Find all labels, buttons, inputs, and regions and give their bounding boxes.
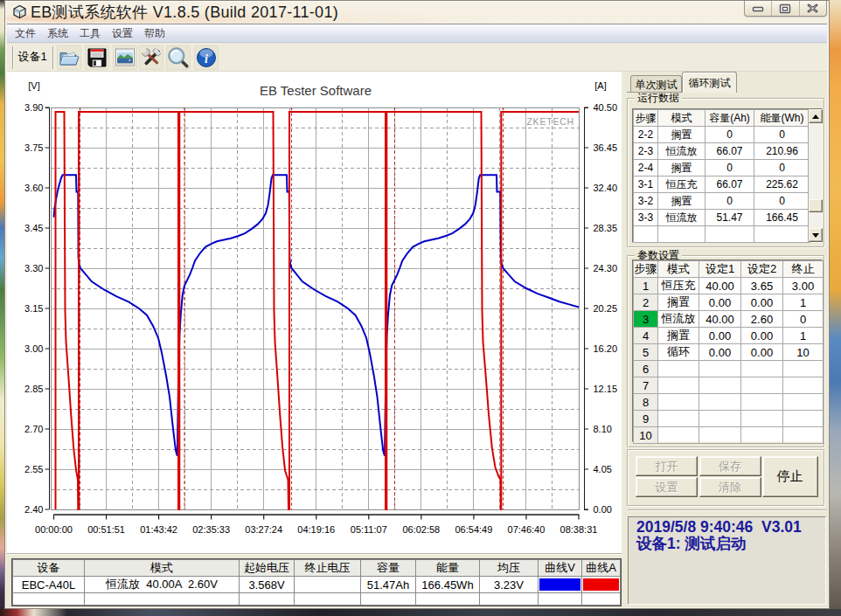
table-cell[interactable]: 0.00: [741, 344, 783, 361]
table-cell[interactable]: [658, 377, 699, 394]
column-header: 起始电压: [240, 560, 295, 577]
info-icon[interactable]: i: [194, 45, 219, 70]
step-cell[interactable]: 8: [634, 394, 658, 411]
column-header: 终止: [783, 261, 824, 278]
table-cell[interactable]: [699, 394, 741, 411]
table-cell[interactable]: [658, 394, 699, 411]
title-bar[interactable]: EB测试系统软件 V1.8.5 (Build 2017-11-01): [5, 1, 829, 24]
column-header: 模式: [658, 261, 699, 278]
curve-v-swatch[interactable]: [539, 577, 582, 593]
table-cell[interactable]: 搁置: [658, 328, 699, 344]
table-cell[interactable]: [783, 361, 824, 377]
menu-item-settings[interactable]: 设置: [111, 24, 134, 43]
left-axis-tick: 2.40: [24, 504, 43, 515]
menu-item-system[interactable]: 系统: [46, 24, 69, 43]
data-table: 步骤模式设定1设定2终止1恒压充40.003.653.002搁置0.000.00…: [633, 260, 824, 444]
table-cell[interactable]: 2.60: [741, 311, 783, 328]
step-cell[interactable]: 9: [634, 411, 658, 427]
save-button[interactable]: 保存: [699, 456, 761, 476]
close-button[interactable]: [800, 1, 826, 16]
table-cell[interactable]: [658, 411, 699, 427]
run-table-scrollbar[interactable]: [808, 109, 822, 242]
table-cell[interactable]: 循环: [658, 344, 699, 361]
table-row: 6: [634, 361, 824, 377]
table-cell: 恒流放: [658, 143, 705, 160]
table-cell[interactable]: [783, 394, 824, 411]
maximize-button[interactable]: [772, 1, 799, 16]
step-cell[interactable]: 10: [634, 427, 658, 444]
step-cell[interactable]: 7: [634, 377, 658, 394]
column-header: 设备: [13, 560, 85, 577]
clear-button[interactable]: 清除: [699, 477, 761, 497]
table-cell[interactable]: 1: [783, 294, 824, 311]
table-cell[interactable]: 恒压充: [658, 278, 699, 294]
table-cell[interactable]: 搁置: [658, 294, 699, 311]
table-cell[interactable]: [699, 377, 741, 394]
table-cell[interactable]: [783, 411, 824, 427]
stop-button[interactable]: 停止: [762, 456, 818, 497]
table-cell: 搁置: [658, 160, 705, 176]
table-cell[interactable]: 40.00: [699, 278, 741, 294]
minimize-button[interactable]: [745, 1, 772, 16]
scroll-thumb[interactable]: [809, 199, 823, 212]
table-cell[interactable]: [783, 377, 824, 394]
table-cell[interactable]: 0.00: [699, 328, 741, 344]
params-table: 步骤模式设定1设定2终止1恒压充40.003.653.002搁置0.000.00…: [632, 260, 823, 442]
step-cell[interactable]: 4: [634, 328, 658, 344]
table-cell[interactable]: 3.00: [783, 278, 824, 294]
tools-icon[interactable]: [139, 45, 163, 70]
open-button[interactable]: 打开: [636, 456, 698, 476]
table-cell[interactable]: 0.00: [699, 344, 741, 361]
device-tab[interactable]: 设备1: [12, 44, 52, 72]
menu-item-help[interactable]: 帮助: [143, 24, 166, 43]
image-icon[interactable]: [113, 45, 137, 70]
table-cell[interactable]: [699, 427, 741, 444]
step-cell[interactable]: 6: [634, 361, 658, 377]
left-axis-tick: 3.45: [24, 223, 43, 233]
table-cell[interactable]: 0: [783, 311, 824, 328]
menu-item-file[interactable]: 文件: [14, 24, 37, 43]
save-icon[interactable]: [85, 45, 109, 70]
table-cell: [658, 226, 705, 243]
table-cell[interactable]: [658, 361, 699, 377]
open-folder-icon[interactable]: [57, 45, 81, 70]
active-step-cell[interactable]: 3: [634, 311, 658, 328]
table-cell[interactable]: 1: [783, 328, 824, 344]
tab-cycle-test[interactable]: 循环测试: [682, 72, 737, 93]
table-cell[interactable]: [741, 361, 783, 377]
table-cell[interactable]: [699, 411, 741, 427]
step-cell[interactable]: 2: [634, 294, 658, 311]
column-header: 容量(Ah): [705, 110, 754, 127]
table-cell: [480, 593, 539, 606]
bottom-table: 设备模式 起始电压终止电压 容量能量 均压曲线V 曲线A EBC-A40L 恒流…: [12, 559, 621, 606]
table-cell[interactable]: 3.65: [741, 278, 783, 294]
curve-a-swatch[interactable]: [582, 577, 621, 593]
tab-single-test[interactable]: 单次测试: [630, 75, 682, 93]
table-cell[interactable]: 40.00: [699, 311, 741, 328]
table-cell[interactable]: [741, 411, 783, 427]
column-header: 能量(Wh): [754, 110, 810, 127]
table-cell[interactable]: [658, 427, 699, 444]
table-cell[interactable]: 0.00: [741, 294, 783, 311]
chart[interactable]: ZKETECH3.903.753.603.453.303.153.002.852…: [7, 72, 622, 553]
table-cell[interactable]: [741, 394, 783, 411]
scroll-down-button[interactable]: [809, 228, 823, 242]
step-cell[interactable]: 5: [634, 344, 658, 361]
chart-panel[interactable]: ZKETECH3.903.753.603.453.303.153.002.852…: [7, 72, 622, 553]
scroll-up-button[interactable]: [809, 109, 823, 123]
table-cell[interactable]: 10: [783, 344, 824, 361]
table-cell[interactable]: [783, 427, 824, 444]
menu-item-tools[interactable]: 工具: [79, 24, 101, 43]
table-cell[interactable]: [741, 377, 783, 394]
table-cell[interactable]: [741, 427, 783, 444]
table-cell[interactable]: 0.00: [741, 328, 783, 344]
step-cell[interactable]: 1: [634, 278, 658, 294]
table-cell[interactable]: 恒流放: [658, 311, 699, 328]
table-row: [634, 226, 810, 243]
avgv-cell: 3.23V: [480, 577, 539, 593]
table-cell[interactable]: 0.00: [699, 294, 741, 311]
table-cell: 搁置: [658, 127, 705, 143]
zoom-icon[interactable]: [166, 45, 191, 70]
set-button[interactable]: 设置: [636, 477, 698, 497]
table-cell[interactable]: [699, 361, 741, 377]
